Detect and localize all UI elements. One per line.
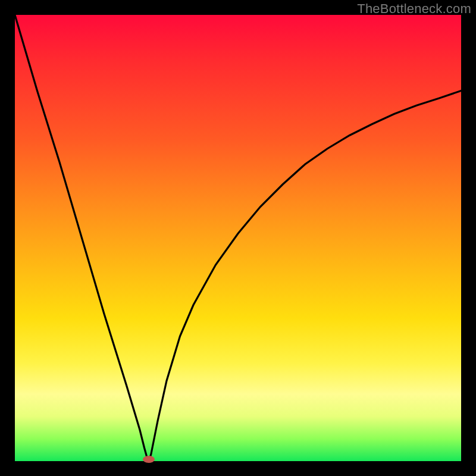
watermark-text: TheBottleneck.com — [357, 1, 471, 17]
chart-stage: TheBottleneck.com — [0, 0, 476, 476]
bottleneck-curve — [15, 15, 461, 461]
curve-left-branch — [15, 15, 149, 461]
curve-right-branch — [149, 91, 461, 462]
plot-area — [15, 15, 461, 461]
min-marker — [143, 456, 155, 463]
